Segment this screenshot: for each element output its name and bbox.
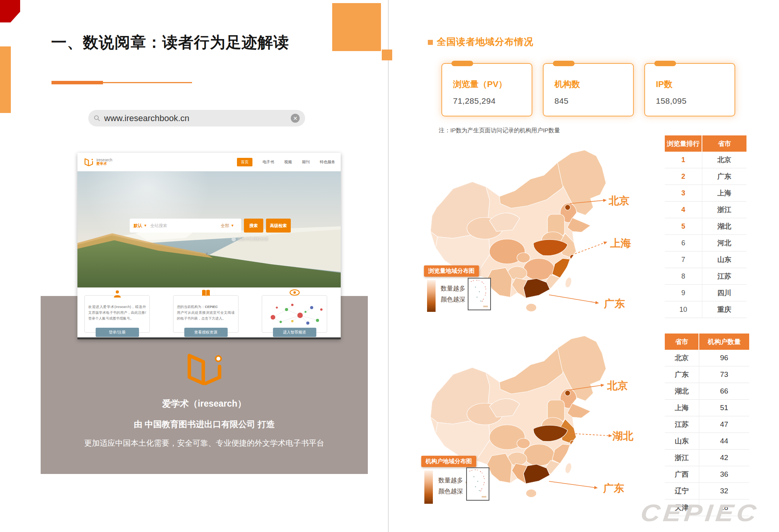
- hero-image: 默认 ▼ 全站搜索 全部 ▼ 搜索 高级检索 仅显示已授权资源 ∨: [77, 171, 341, 287]
- chevron-down-icon: ▼: [144, 224, 147, 228]
- table-cell: 上海: [665, 400, 699, 416]
- table-row: 上海51: [665, 400, 749, 416]
- table-cell: 山东: [702, 251, 746, 268]
- scroll-hint-icon: ∨: [205, 251, 208, 256]
- table-row: 山东44: [665, 433, 749, 450]
- table-row: 8江苏: [665, 268, 746, 285]
- website-screenshot: iresearch 爱学术 首页 电子书 视频 期刊 特色服务: [77, 153, 341, 339]
- address-bar[interactable]: www.iresearchbook.cn ✕: [88, 110, 305, 127]
- brand-tagline: 更加适应中国本土化需要，安全可靠、专业便捷的外文学术电子书平台: [41, 438, 368, 448]
- table-row: 辽宁32: [665, 483, 749, 499]
- map-label-hubei: 湖北: [612, 430, 633, 442]
- table-row: 10重庆: [665, 301, 746, 318]
- table-cell: 36: [699, 466, 749, 483]
- stat-card-orgs: 机构数 845: [543, 63, 634, 116]
- book-icon: [201, 289, 211, 299]
- table-row: 北京96: [665, 350, 749, 366]
- map1-gradient-legend: [427, 280, 436, 312]
- column-header: 浏览量排行: [665, 135, 702, 152]
- network-graph: [265, 302, 323, 326]
- institution-count-table: 省市 机构户数量 北京96广东73湖北66上海51江苏47山东44浙江42广西3…: [665, 334, 749, 516]
- nav-item-video[interactable]: 视频: [284, 159, 292, 165]
- table-cell: 四川: [702, 285, 746, 301]
- table-cell: 3: [665, 185, 702, 202]
- map2-gradient-legend: [424, 470, 433, 504]
- brand-name: 爱学术（iresearch）: [41, 398, 368, 410]
- site-search-input[interactable]: 默认 ▼ 全站搜索 全部 ▼: [130, 219, 241, 233]
- left-accent-bar: [0, 46, 11, 113]
- nav-item-home[interactable]: 首页: [237, 158, 252, 166]
- column-header: 省市: [702, 135, 746, 152]
- nav-item-services[interactable]: 特色服务: [320, 159, 335, 165]
- table-cell: 47: [699, 416, 749, 433]
- stat-value: 845: [554, 96, 569, 106]
- table-cell: 河北: [702, 235, 746, 251]
- site-search-button[interactable]: 搜索: [244, 219, 263, 233]
- map2-badge: 机构户地域分布图: [421, 456, 476, 467]
- table-row: 浙江42: [665, 450, 749, 466]
- checkbox-icon: [232, 237, 236, 241]
- table-cell: 66: [699, 383, 749, 400]
- enter-recommend-button[interactable]: 进入智荐频道: [273, 328, 316, 337]
- map-label-shanghai: 上海: [610, 238, 631, 249]
- footnote: 注：IP数为产生页面访问记录的机构用户IP数量: [439, 127, 560, 134]
- table-cell: 江苏: [702, 268, 746, 285]
- table-cell: 6: [665, 235, 702, 251]
- site-logo[interactable]: iresearch 爱学术: [96, 158, 112, 166]
- table-cell: 32: [699, 483, 749, 499]
- table-row: 广西36: [665, 466, 749, 483]
- stat-label: 浏览量（PV）: [453, 79, 507, 90]
- map1-legend-text: 数量越多， 颜色越深: [441, 283, 472, 305]
- table-row: 9四川: [665, 285, 746, 301]
- table-cell: 44: [699, 433, 749, 450]
- nav-item-ebooks[interactable]: 电子书: [263, 159, 274, 165]
- site-cards-row: 欢迎进入爱学术(iresearch)，精选外文原版学术电子书的用户，由此注册/登…: [77, 287, 341, 337]
- eye-icon: [290, 289, 300, 297]
- map-label-beijing: 北京: [608, 195, 630, 207]
- licensed-only-checkbox[interactable]: 仅显示已授权资源: [232, 236, 268, 242]
- table-row: 广东73: [665, 366, 749, 383]
- page-title: 一、数说阅章：读者行为足迹解读: [51, 32, 353, 53]
- nav-item-journal[interactable]: 期刊: [302, 159, 310, 165]
- table-row: 7山东: [665, 251, 746, 268]
- vertical-divider: [388, 0, 389, 532]
- table-cell: 5: [665, 218, 702, 235]
- table-cell: 北京: [665, 350, 699, 366]
- view-licensed-button[interactable]: 查看授权资源: [184, 328, 228, 337]
- chevron-down-icon: ▼: [231, 224, 234, 228]
- table-cell: 10: [665, 301, 702, 318]
- clear-icon[interactable]: ✕: [291, 114, 300, 123]
- stat-label: IP数: [656, 79, 673, 90]
- advanced-search-button[interactable]: 高级检索: [266, 219, 291, 233]
- table-cell: 73: [699, 366, 749, 383]
- table-row: 3上海: [665, 185, 746, 202]
- site-nav: 首页 电子书 视频 期刊 特色服务: [237, 158, 335, 166]
- site-bottom-strip: [77, 337, 341, 339]
- table-cell: 江苏: [665, 416, 699, 433]
- map1-inset-map: [468, 278, 491, 310]
- brand-maker: 由 中国教育图书进出口有限公司 打造: [41, 419, 368, 430]
- table-row: 6河北: [665, 235, 746, 251]
- column-header: 省市: [665, 334, 699, 350]
- table-cell: 8: [665, 268, 702, 285]
- table-cell: 广东: [702, 168, 746, 185]
- table-cell: 7: [665, 251, 702, 268]
- card-tab: [654, 61, 676, 66]
- map1-badge: 浏览量地域分布图: [424, 265, 479, 277]
- section-bullet: [428, 40, 433, 45]
- search-icon: [94, 115, 100, 121]
- table-cell: 4: [665, 202, 702, 218]
- table-cell: 42: [699, 450, 749, 466]
- org-card: 您的当前机构为：CEPIEC 用户可从此处直接浏览至可全文阅读的电子书列表，点击…: [173, 295, 239, 333]
- site-search-widget: 默认 ▼ 全站搜索 全部 ▼ 搜索 高级检索: [130, 219, 291, 233]
- table-cell: 辽宁: [665, 483, 699, 499]
- table-cell: 51: [699, 400, 749, 416]
- cepiec-watermark: CEPIEC: [639, 499, 760, 527]
- column-header: 机构户数量: [699, 334, 749, 350]
- map-label-guangdong: 广东: [604, 298, 625, 310]
- table-row: 4浙江: [665, 202, 746, 218]
- user-icon: [113, 289, 122, 299]
- site-header: iresearch 爱学术 首页 电子书 视频 期刊 特色服务: [77, 153, 341, 171]
- card-tab: [451, 61, 473, 66]
- login-register-button[interactable]: 登录/注册: [96, 328, 139, 337]
